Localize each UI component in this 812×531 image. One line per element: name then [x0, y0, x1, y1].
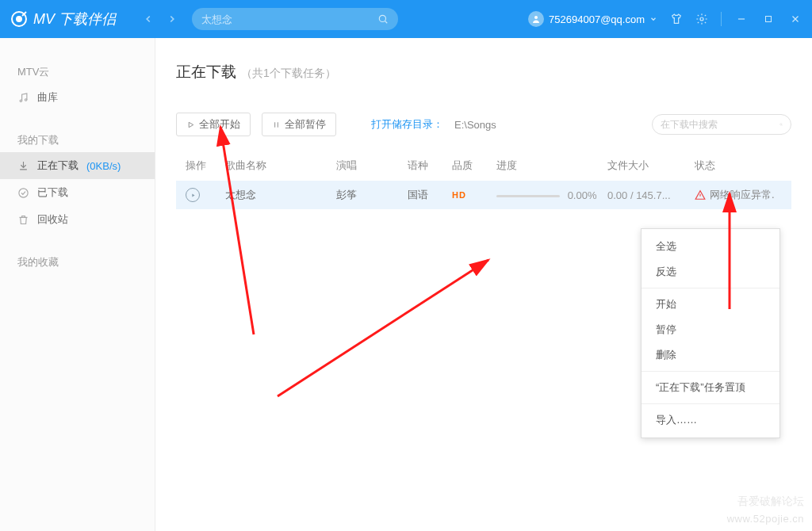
col-status: 状态 [695, 159, 782, 173]
gear-icon[interactable] [695, 13, 708, 25]
sidebar-section-mtvcloud: MTV云 [0, 60, 155, 84]
row-name: 太想念 [225, 188, 336, 202]
page-title: 正在下载 （共1个下载任务） [176, 62, 791, 82]
app-logo: MV 下载伴侣 [10, 10, 116, 29]
col-quality: 品质 [452, 159, 496, 173]
page-subtitle: （共1个下载任务） [241, 67, 336, 81]
menu-separator [642, 403, 779, 404]
col-name: 歌曲名称 [225, 159, 336, 173]
col-lang: 语种 [408, 159, 452, 173]
menu-import[interactable]: 导入…… [642, 407, 779, 433]
nav-back-button[interactable] [140, 10, 157, 28]
row-quality: HD [452, 190, 496, 200]
search-icon [779, 119, 783, 130]
download-icon [17, 160, 29, 172]
row-size: 0.00 / 145.7... [607, 189, 695, 201]
context-menu: 全选 反选 开始 暂停 删除 “正在下载”任务置顶 导入…… [641, 228, 780, 438]
sidebar-item-downloading[interactable]: 正在下载 (0KB/s) [0, 152, 155, 179]
sidebar-item-downloaded[interactable]: 已下载 [0, 179, 155, 206]
pause-all-button[interactable]: 全部暂停 [262, 113, 336, 136]
col-progress: 进度 [496, 159, 607, 173]
col-size: 文件大小 [607, 159, 695, 173]
sidebar-section-favorites: 我的收藏 [0, 250, 155, 274]
table-header: 操作 歌曲名称 演唱 语种 品质 进度 文件大小 状态 [176, 151, 791, 181]
progress-bar [496, 195, 560, 197]
start-all-button[interactable]: 全部开始 [176, 113, 251, 136]
svg-point-7 [25, 98, 27, 101]
menu-separator [642, 288, 779, 288]
avatar-icon [528, 11, 544, 27]
download-search[interactable] [652, 114, 791, 135]
app-name: MV 下载伴侣 [33, 10, 116, 29]
row-lang: 国语 [408, 188, 452, 202]
main-content: 正在下载 （共1个下载任务） 全部开始 全部暂停 打开储存目录： E:\Song… [155, 38, 812, 531]
menu-select-all[interactable]: 全选 [642, 234, 779, 259]
header-search-input[interactable] [201, 13, 377, 25]
svg-point-6 [20, 100, 22, 102]
sidebar-item-label: 曲库 [37, 90, 58, 105]
svg-point-2 [379, 15, 385, 21]
user-label: 752694007@qq.com [549, 13, 645, 25]
nav-forward-button[interactable] [163, 10, 181, 28]
user-account[interactable]: 752694007@qq.com [528, 11, 657, 27]
minimize-button[interactable] [734, 12, 749, 26]
shirt-icon[interactable] [670, 13, 683, 25]
sidebar-item-library[interactable]: 曲库 [0, 84, 155, 111]
menu-pin[interactable]: “正在下载”任务置顶 [642, 375, 779, 400]
row-status: 网络响应异常. [695, 188, 782, 202]
watermark-url: www.52pojie.cn [727, 513, 804, 525]
check-icon [17, 187, 29, 199]
col-singer: 演唱 [336, 159, 408, 173]
header-search[interactable] [192, 8, 398, 30]
search-icon [377, 13, 389, 25]
logo-icon [10, 10, 29, 29]
nav-buttons [140, 10, 181, 28]
menu-start[interactable]: 开始 [642, 292, 779, 317]
sidebar-item-label: 回收站 [37, 212, 68, 227]
menu-delete[interactable]: 删除 [642, 342, 779, 368]
col-op: 操作 [186, 159, 225, 173]
maximize-button[interactable] [761, 12, 776, 26]
svg-point-9 [780, 124, 782, 125]
menu-pause[interactable]: 暂停 [642, 317, 779, 342]
music-icon [17, 92, 29, 104]
menu-invert[interactable]: 反选 [642, 259, 779, 285]
warning-icon [695, 189, 706, 201]
download-table: 操作 歌曲名称 演唱 语种 品质 进度 文件大小 状态 太想念 彭筝 国语 HD [176, 151, 791, 209]
svg-rect-5 [766, 17, 772, 22]
header-right: 752694007@qq.com [528, 11, 802, 27]
svg-point-3 [534, 16, 538, 19]
svg-point-8 [19, 188, 28, 197]
sidebar: MTV云 曲库 我的下载 正在下载 (0KB/s) 已下载 回收站 我的收藏 [0, 38, 155, 531]
toolbar: 全部开始 全部暂停 打开储存目录： E:\Songs [176, 113, 791, 136]
table-row[interactable]: 太想念 彭筝 国语 HD 0.00% 0.00 / 145.7... 网络响应异… [176, 181, 791, 209]
menu-separator [642, 371, 779, 372]
play-icon [190, 193, 196, 198]
close-button[interactable] [788, 12, 802, 26]
sidebar-item-recycle[interactable]: 回收站 [0, 206, 155, 233]
download-search-input[interactable] [661, 119, 779, 130]
open-storage-link[interactable]: 打开储存目录： [371, 117, 443, 132]
sidebar-section-downloads: 我的下载 [0, 128, 155, 152]
svg-point-4 [700, 17, 703, 21]
download-speed: (0KB/s) [86, 160, 121, 172]
chevron-down-icon [649, 15, 657, 23]
sidebar-item-label: 已下载 [37, 185, 68, 200]
svg-point-1 [17, 17, 21, 21]
trash-icon [17, 214, 29, 226]
pause-icon [272, 120, 281, 129]
sidebar-item-label: 正在下载 [37, 159, 79, 173]
row-play-button[interactable] [186, 188, 225, 202]
app-body: MTV云 曲库 我的下载 正在下载 (0KB/s) 已下载 回收站 我的收藏 正… [0, 38, 812, 531]
watermark-text: 吾爱破解论坛 [737, 495, 804, 509]
storage-path: E:\Songs [454, 119, 496, 131]
row-singer: 彭筝 [336, 188, 408, 202]
row-progress: 0.00% [496, 189, 607, 201]
title-bar: MV 下载伴侣 752694007@qq.com [0, 0, 812, 38]
header-divider [721, 12, 722, 26]
play-icon [186, 120, 195, 129]
